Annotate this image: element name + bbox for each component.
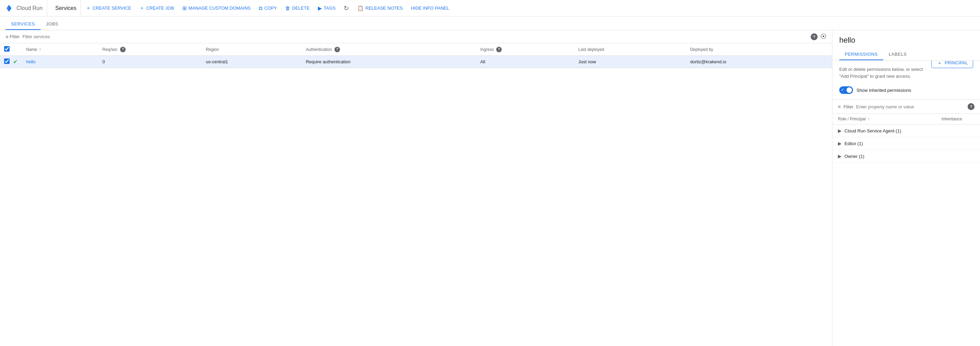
app-logo: Cloud Run <box>3 0 47 16</box>
row-checkbox[interactable] <box>4 59 10 64</box>
inherited-permissions-toggle-row: ✓ Show inherited permissions <box>839 86 973 94</box>
th-last-deployed: Last deployed <box>574 43 686 56</box>
auth-help-icon[interactable]: ? <box>334 47 340 52</box>
create-service-icon: ＋ <box>86 5 91 11</box>
copy-button[interactable]: ⧉ COPY <box>255 3 280 14</box>
right-panel: hello PERMISSIONS LABELS Edit or delete … <box>832 30 980 346</box>
breadcrumb: Services <box>51 0 81 16</box>
row-region-cell: us-central1 <box>202 56 302 68</box>
service-link[interactable]: hello <box>26 59 35 64</box>
toggle-check-icon: ✓ <box>841 88 844 92</box>
toggle-label: Show inherited permissions <box>856 88 911 93</box>
select-all-checkbox[interactable] <box>4 46 10 52</box>
main-layout: ≡ Filter ? ⦿ Name ↑ <box>0 30 980 346</box>
role-label-cell: ▶ Owner (1) <box>832 150 936 163</box>
top-nav: Cloud Run Services ＋ CREATE SERVICE ＋ CR… <box>0 0 980 16</box>
tab-jobs[interactable]: JOBS <box>41 19 64 30</box>
role-label-cell: ▶ Cloud Run Service Agent (1) <box>832 124 936 137</box>
panel-filter-help-icon[interactable]: ? <box>967 103 975 110</box>
filter-bar: ≡ Filter ? ⦿ <box>0 30 832 43</box>
permissions-desc: Edit or delete permissions below, or sel… <box>839 66 926 79</box>
expand-row-icon[interactable]: ▶ <box>838 128 842 133</box>
filter-icon: ≡ <box>5 34 8 40</box>
inherited-permissions-toggle[interactable]: ✓ <box>839 86 853 94</box>
inheritance-cell <box>936 124 980 137</box>
role-table-row: ▶ Owner (1) <box>832 150 980 163</box>
role-table: Role / Principal ↑ Inheritance ▶ Cloud R… <box>832 114 980 163</box>
panel-filter-label: Filter <box>843 104 853 110</box>
release-notes-button[interactable]: 📋 RELEASE NOTES <box>354 3 406 14</box>
inheritance-cell <box>936 150 980 163</box>
create-job-button[interactable]: ＋ CREATE JOB <box>136 3 178 14</box>
th-status <box>11 43 22 56</box>
panel-tabs: PERMISSIONS LABELS <box>839 49 973 60</box>
right-panel-header: hello PERMISSIONS LABELS <box>832 30 980 60</box>
row-authentication-cell: Require authentication <box>302 56 476 68</box>
th-inheritance: Inheritance <box>936 114 980 124</box>
tabs-bar: SERVICES JOBS <box>0 16 980 30</box>
th-region: Region <box>202 43 302 56</box>
filter-input[interactable] <box>22 34 808 39</box>
tags-icon: ▶ <box>318 5 322 11</box>
release-notes-icon: 📋 <box>357 5 364 11</box>
panel-filter-icon: ≡ <box>838 104 841 110</box>
manage-custom-domains-button[interactable]: ⊞ MANAGE CUSTOM DOMAINS <box>179 3 254 14</box>
tab-services[interactable]: SERVICES <box>5 19 41 30</box>
cloud-run-logo-icon <box>4 3 14 13</box>
role-label-cell: ▶ Editor (1) <box>832 137 936 150</box>
table-row: ✔ hello 0 us-central1 Require authentica… <box>0 56 832 68</box>
role-table-row: ▶ Cloud Run Service Agent (1) <box>832 124 980 137</box>
create-job-icon: ＋ <box>139 5 145 11</box>
refresh-button[interactable]: ↻ <box>340 3 352 14</box>
toggle-thumb <box>846 87 852 93</box>
panel-filter-bar: ≡ Filter ? <box>832 100 980 114</box>
manage-domains-icon: ⊞ <box>182 5 187 11</box>
delete-button[interactable]: 🗑 DELETE <box>282 3 313 14</box>
role-label: Owner (1) <box>845 154 864 159</box>
add-principal-icon: 👤+ <box>937 60 942 66</box>
filter-help-icon[interactable]: ? <box>811 33 818 40</box>
role-label: Cloud Run Service Agent (1) <box>845 128 901 133</box>
th-req-sec: Req/sec ? <box>99 43 202 56</box>
th-name: Name ↑ <box>22 43 99 56</box>
add-principal-button[interactable]: 👤+ ADD PRINCIPAL <box>931 60 973 68</box>
role-label: Editor (1) <box>845 141 863 146</box>
right-panel-body: Edit or delete permissions below, or sel… <box>832 60 980 346</box>
ingress-help-icon[interactable]: ? <box>496 47 502 52</box>
panel-tab-labels[interactable]: LABELS <box>883 49 912 60</box>
expand-row-icon[interactable]: ▶ <box>838 153 842 159</box>
sort-name-icon[interactable]: ↑ <box>39 47 41 52</box>
copy-icon: ⧉ <box>259 5 262 11</box>
hide-info-panel-button[interactable]: HIDE INFO PANEL <box>407 3 452 14</box>
th-authentication: Authentication ? <box>302 43 476 56</box>
app-logo-text: Cloud Run <box>16 5 43 11</box>
th-deployed-by: Deployed by <box>686 43 832 56</box>
th-checkbox <box>0 43 11 56</box>
row-checkbox-cell <box>0 56 11 68</box>
row-deployed-by-cell: dortiz@krakend.io <box>686 56 832 68</box>
filter-label: ≡ Filter <box>5 34 20 40</box>
services-table: Name ↑ Req/sec ? Region Authentication ?… <box>0 43 832 68</box>
row-req-sec-cell: 0 <box>99 56 202 68</box>
role-sort-icon[interactable]: ↑ <box>867 117 870 121</box>
expand-row-icon[interactable]: ▶ <box>838 141 842 146</box>
left-panel: ≡ Filter ? ⦿ Name ↑ <box>0 30 832 346</box>
role-table-row: ▶ Editor (1) <box>832 137 980 150</box>
status-running-icon: ✔ <box>13 59 18 64</box>
row-ingress-cell: All <box>476 56 574 68</box>
right-panel-title: hello <box>839 36 973 45</box>
inheritance-cell <box>936 137 980 150</box>
permissions-section: Edit or delete permissions below, or sel… <box>832 60 980 100</box>
tags-button[interactable]: ▶ TAGS <box>315 3 339 14</box>
delete-icon: 🗑 <box>285 5 290 11</box>
th-ingress: Ingress ? <box>476 43 574 56</box>
row-last-deployed-cell: Just now <box>574 56 686 68</box>
create-service-button[interactable]: ＋ CREATE SERVICE <box>82 3 135 14</box>
panel-tab-permissions[interactable]: PERMISSIONS <box>839 49 883 60</box>
refresh-icon: ↻ <box>344 5 349 12</box>
columns-icon[interactable]: ⦿ <box>820 33 827 40</box>
row-name-cell: hello <box>22 56 99 68</box>
panel-filter-input[interactable] <box>856 104 965 110</box>
req-sec-help-icon[interactable]: ? <box>120 47 126 52</box>
row-status-cell: ✔ <box>11 56 22 68</box>
